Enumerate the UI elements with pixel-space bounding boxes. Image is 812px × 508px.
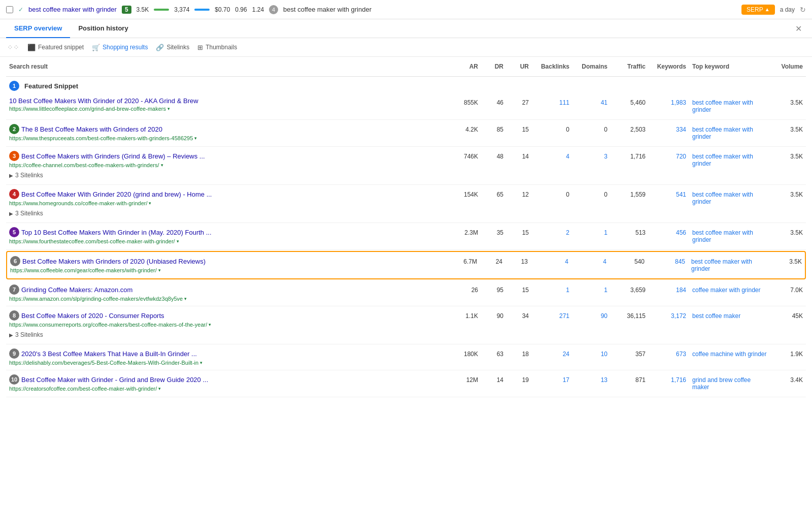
top-keyword-val[interactable]: best coffee maker with grinder — [689, 124, 770, 142]
volume-raw: 3,374 — [174, 6, 189, 13]
traffic-val: 36,115 — [611, 310, 649, 322]
ar-val: 2.3M — [446, 227, 481, 238]
result-title-link[interactable]: Best Coffee Maker with Grinder - Grind a… — [21, 376, 208, 384]
tabs-bar: SERP overview Position history ✕ — [0, 19, 812, 38]
refresh-icon[interactable]: ↻ — [800, 6, 806, 14]
table-row: 10Best Coffee Maker with Grinder - Grind… — [6, 370, 806, 397]
result-title-link[interactable]: Best Coffee Maker With Grinder 2020 (gri… — [21, 190, 212, 198]
th-backlinks: Backlinks — [532, 61, 572, 72]
volume-val: 1.9K — [770, 348, 806, 360]
sitelinks-expandable[interactable]: ▶ 3 Sitelinks — [9, 330, 443, 340]
featured-snippet-icon: ⬛ — [27, 44, 36, 51]
filter-featured-snippet[interactable]: ⬛ Featured snippet — [27, 44, 84, 51]
volume-val: 3.5K — [770, 97, 806, 108]
result-title-col: 5Top 10 Best Coffee Makers With Grinder … — [6, 227, 446, 244]
dropdown-arrow-icon[interactable]: ▾ — [177, 239, 179, 244]
result-url-text: https://creatorsofcoffee.com/best-coffee… — [9, 386, 157, 392]
result-title-col: 4Best Coffee Maker With Grinder 2020 (gr… — [6, 189, 446, 218]
dr-val: 63 — [481, 348, 506, 360]
featured-snippet-label: Featured snippet — [38, 44, 84, 51]
top-keyword-val[interactable]: best coffee maker with grinder — [689, 189, 770, 207]
dropdown-arrow-icon[interactable]: ▾ — [158, 268, 161, 273]
result-title-link[interactable]: The 8 Best Coffee Makers with Grinders o… — [21, 125, 162, 133]
top-keyword-val[interactable]: coffee maker with grinder — [689, 284, 770, 296]
traffic-val: 1,716 — [611, 151, 649, 162]
keywords-val: 456 — [649, 227, 689, 238]
result-url-text: https://www.homegrounds.co/coffee-maker-… — [9, 200, 147, 206]
dropdown-arrow-icon[interactable]: ▾ — [158, 386, 161, 391]
sitelinks-expandable[interactable]: ▶ 3 Sitelinks — [9, 170, 443, 180]
serp-button[interactable]: SERP ▲ — [741, 5, 775, 15]
tab-serp-overview[interactable]: SERP overview — [6, 19, 70, 38]
close-button[interactable]: ✕ — [791, 20, 806, 38]
result-url: https://www.amazon.com/slp/grinding-coff… — [9, 296, 443, 302]
table-row: 6Best Coffee Makers with Grinders of 202… — [6, 251, 806, 279]
keywords-val: 720 — [649, 151, 689, 162]
ar-val: 26 — [446, 284, 481, 296]
dropdown-arrow-icon[interactable]: ▾ — [200, 360, 202, 365]
result-url: https://delishably.com/beverages/5-Best-… — [9, 360, 443, 366]
dropdown-arrow-icon[interactable]: ▾ — [184, 296, 187, 301]
table-row: 4Best Coffee Maker With Grinder 2020 (gr… — [6, 185, 806, 223]
dr-val: 95 — [481, 284, 506, 296]
result-title-link[interactable]: Best Coffee Makers with Grinders of 2020… — [22, 258, 206, 265]
ar-val: 4.2K — [446, 124, 481, 135]
dropdown-arrow-icon[interactable]: ▾ — [194, 136, 197, 141]
ar-val: 746K — [446, 151, 481, 162]
dropdown-arrow-icon[interactable]: ▾ — [167, 106, 170, 111]
result-title-link[interactable]: 10 Best Coffee Makers With Grinder of 20… — [9, 97, 198, 105]
table-container: Search result AR DR UR Backlinks Domains… — [0, 57, 812, 397]
keywords-val: 3,172 — [649, 310, 689, 322]
domains-val: 41 — [572, 97, 611, 108]
domains-val: 10 — [572, 348, 611, 360]
ur-val: 12 — [506, 189, 532, 200]
position-badge: 10 — [9, 374, 19, 385]
row-checkbox[interactable] — [6, 6, 13, 13]
result-url-text: https://coffee-channel.com/best-coffee-m… — [9, 162, 159, 168]
top-keyword-val[interactable]: best coffee maker with grinder — [689, 97, 770, 115]
traffic-val: 871 — [611, 374, 649, 386]
backlinks-val: 1 — [532, 284, 572, 296]
result-url-text: https://www.coffeeble.com/gear/coffee-ma… — [10, 267, 157, 273]
result-url-text: https://delishably.com/beverages/5-Best-… — [9, 360, 198, 366]
bar-green-icon — [154, 9, 169, 11]
ar-val: 12M — [446, 374, 481, 386]
traffic-val: 540 — [610, 256, 648, 267]
top-keyword-val[interactable]: best coffee maker with grinder — [689, 227, 770, 245]
result-title-link[interactable]: Top 10 Best Coffee Makers With Grinder i… — [21, 229, 212, 236]
filter-sitelinks[interactable]: 🔗 Sitelinks — [156, 44, 189, 51]
sitelinks-expandable[interactable]: ▶ 3 Sitelinks — [9, 208, 443, 218]
top-keyword-val[interactable]: best coffee maker with grinder — [688, 256, 769, 274]
backlinks-val: 111 — [532, 97, 572, 108]
traffic-val: 5,460 — [611, 97, 649, 108]
traffic-val: 3,659 — [611, 284, 649, 296]
top-keyword-val[interactable]: best coffee maker with grinder — [689, 151, 770, 169]
tab-position-history[interactable]: Position history — [70, 19, 136, 38]
dropdown-arrow-icon[interactable]: ▾ — [161, 163, 163, 168]
top-keyword-val[interactable]: best coffee maker — [689, 310, 770, 322]
result-url-text: https://www.amazon.com/slp/grinding-coff… — [9, 296, 183, 302]
result-title-link[interactable]: Best Coffee Makers with Grinders (Grind … — [21, 152, 205, 160]
result-title-link[interactable]: Grinding Coffee Makers: Amazon.com — [21, 286, 132, 294]
ur-val: 15 — [506, 227, 532, 238]
result-title-link[interactable]: 2020's 3 Best Coffee Makers That Have a … — [21, 350, 197, 358]
volume-val: 3.5K — [770, 189, 806, 200]
top-keyword-val[interactable]: grind and brew coffee maker — [689, 374, 770, 393]
backlinks-val: 4 — [532, 151, 572, 162]
filter-shopping-results[interactable]: 🛒 Shopping results — [92, 44, 148, 51]
result-title-link[interactable]: Best Coffee Makers of 2020 - Consumer Re… — [21, 312, 164, 320]
ur-val: 27 — [506, 97, 532, 108]
table-row: 2The 8 Best Coffee Makers with Grinders … — [6, 120, 806, 147]
dr-val: 85 — [481, 124, 506, 135]
th-search-result: Search result — [6, 61, 446, 72]
top-keyword-val[interactable]: coffee machine with grinder — [689, 348, 770, 360]
ar-val: 6.7M — [445, 256, 480, 267]
keywords-val: 1,983 — [649, 97, 689, 108]
domains-val: 4 — [571, 256, 610, 267]
filter-thumbnails[interactable]: ⊞ Thumbnails — [197, 44, 237, 51]
traffic-val: 2,503 — [611, 124, 649, 135]
result-url: https://www.homegrounds.co/coffee-maker-… — [9, 200, 443, 206]
table-row: 3Best Coffee Makers with Grinders (Grind… — [6, 147, 806, 185]
dropdown-arrow-icon[interactable]: ▾ — [209, 322, 211, 327]
dropdown-arrow-icon[interactable]: ▾ — [149, 201, 151, 206]
